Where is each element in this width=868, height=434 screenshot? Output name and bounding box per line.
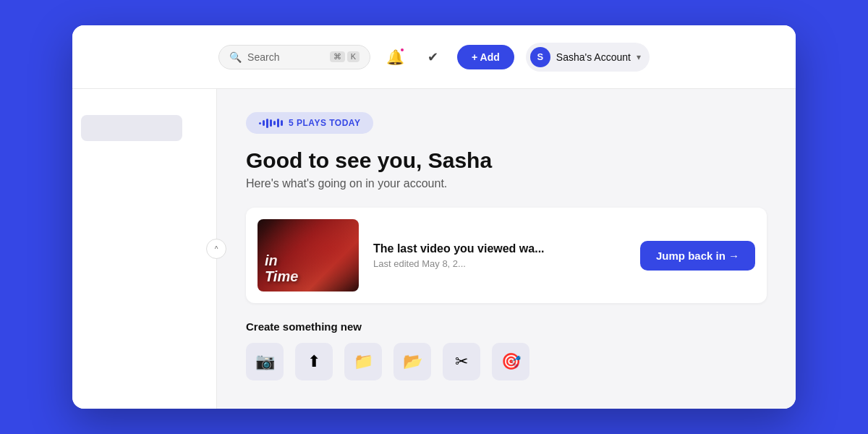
waveform-bar-7: [281, 120, 283, 126]
key-cmd: ⌘: [330, 51, 345, 62]
last-video-card: in Time The last video you viewed wa... …: [246, 208, 767, 303]
video-description: The last video you viewed wa...: [373, 242, 626, 255]
folder-open-icon[interactable]: 📂: [393, 343, 431, 380]
notification-dot: [399, 47, 405, 53]
browser-window: 🔍 Search ⌘ K 🔔 ✔ + Add S Sasha's Account…: [72, 25, 796, 409]
account-name-label: Sasha's Account: [556, 51, 631, 63]
account-pill[interactable]: S Sasha's Account ▾: [526, 43, 650, 72]
avatar: S: [530, 47, 550, 67]
create-icons-row: 📷 ⬆ 📁 📂 ✂ 🎯: [246, 343, 767, 380]
welcome-subtitle: Here's what's going on in your account.: [246, 177, 767, 190]
main-layout: ^ 5 PLAYS TODAY Good to see you, Sasha: [72, 89, 796, 409]
search-shortcut: ⌘ K: [330, 51, 359, 62]
create-section-title: Create something new: [246, 320, 767, 333]
content-area: 5 PLAYS TODAY Good to see you, Sasha Her…: [217, 89, 796, 409]
upload-icon[interactable]: ⬆: [295, 343, 333, 380]
scissors-icon[interactable]: ✂: [443, 343, 480, 380]
welcome-title: Good to see you, Sasha: [246, 148, 767, 173]
waveform-bar-3: [266, 119, 268, 128]
search-label: Search: [247, 51, 324, 63]
thumbnail-overlay: [258, 219, 359, 292]
plays-text: 5 PLAYS TODAY: [289, 118, 360, 128]
chevron-down-icon: ▾: [637, 52, 641, 62]
sidebar: ^: [72, 89, 217, 409]
video-info: The last video you viewed wa... Last edi…: [373, 242, 626, 269]
key-k: K: [347, 51, 359, 62]
camera-icon[interactable]: 📷: [246, 343, 284, 380]
add-button-label: + Add: [472, 51, 500, 63]
waveform-bar-2: [263, 120, 265, 126]
jump-back-button[interactable]: Jump back in →: [640, 241, 755, 271]
folder-icon[interactable]: 📁: [344, 343, 382, 380]
notifications-bell[interactable]: 🔔: [382, 44, 408, 70]
waveform-bar-4: [270, 119, 272, 127]
video-thumbnail: in Time: [258, 219, 359, 292]
target-icon[interactable]: 🎯: [492, 343, 529, 380]
check-icon[interactable]: ✔: [420, 44, 446, 70]
video-date: Last edited May 8, 2...: [373, 258, 626, 269]
plays-badge: 5 PLAYS TODAY: [246, 112, 373, 134]
add-button[interactable]: + Add: [457, 45, 514, 69]
top-bar: 🔍 Search ⌘ K 🔔 ✔ + Add S Sasha's Account…: [72, 25, 796, 89]
sidebar-placeholder: [81, 115, 182, 141]
waveform-bar-1: [259, 122, 261, 124]
search-icon: 🔍: [229, 51, 242, 63]
waveform-bar-6: [277, 119, 279, 127]
search-box[interactable]: 🔍 Search ⌘ K: [218, 45, 370, 69]
sidebar-collapse-button[interactable]: ^: [206, 239, 226, 259]
waveform-bar-5: [273, 121, 276, 125]
waveform-icon: [259, 119, 283, 128]
